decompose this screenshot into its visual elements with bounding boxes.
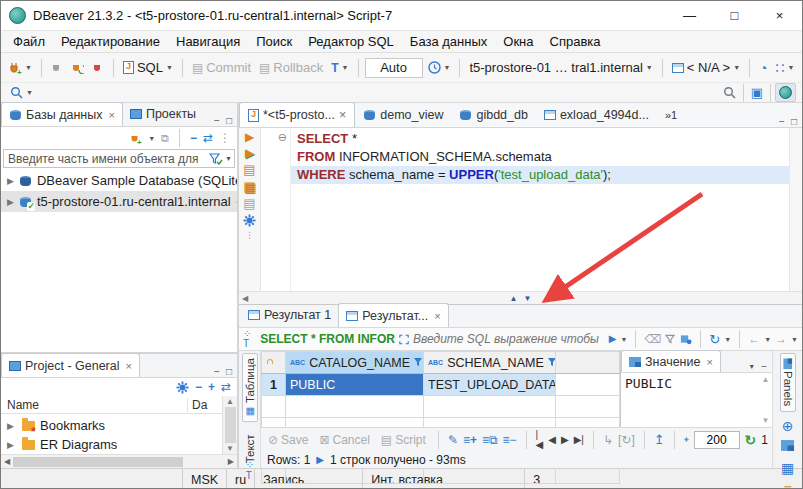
- active-connection-select[interactable]: t5-prostore-01 … tral1.internal ▼: [466, 58, 655, 77]
- chevron-down-icon[interactable]: ▼: [225, 155, 232, 162]
- minimize-panel-icon[interactable]: −: [761, 361, 767, 372]
- menu-database[interactable]: База данных: [402, 32, 495, 51]
- transaction-history-button[interactable]: ▼: [425, 59, 454, 76]
- dashboard-button[interactable]: ◔: [756, 59, 770, 77]
- tab-result-1[interactable]: Результат 1: [241, 303, 338, 327]
- next-row-icon[interactable]: ▶: [561, 435, 569, 445]
- chevron-down-icon[interactable]: ▼: [621, 336, 628, 343]
- chevron-down-icon[interactable]: ▼: [444, 64, 451, 71]
- editor-vertical-scrollbar[interactable]: [789, 128, 802, 291]
- scroll-down-icon[interactable]: ▼: [762, 416, 770, 425]
- reconnect-button[interactable]: [68, 59, 87, 76]
- close-icon[interactable]: ×: [109, 109, 115, 121]
- scroll-thumb[interactable]: [13, 457, 183, 467]
- filters-menu-icon[interactable]: [665, 334, 676, 345]
- collapse-all-icon[interactable]: −: [190, 132, 197, 144]
- invalidate-button[interactable]: [89, 59, 107, 76]
- chevron-down-icon[interactable]: ▼: [26, 89, 33, 96]
- gear-icon[interactable]: [243, 214, 256, 227]
- explain-plan-icon[interactable]: ▤: [243, 197, 255, 210]
- scroll-left-icon[interactable]: ◀: [4, 457, 10, 466]
- tab-projects[interactable]: Проекты: [123, 102, 203, 126]
- commit-mode-select[interactable]: Auto: [365, 58, 423, 78]
- close-button[interactable]: ×: [757, 1, 802, 30]
- execute-script-new-tab-icon[interactable]: ▤: [243, 180, 255, 193]
- menu-file[interactable]: Файл: [5, 32, 53, 51]
- refresh-results-icon[interactable]: ↻: [709, 333, 720, 346]
- tab-sql-script[interactable]: *<t5-prosto... ×: [239, 102, 355, 127]
- erase-filter-icon[interactable]: ⌫: [644, 333, 661, 345]
- menu-sql-editor[interactable]: Редактор SQL: [300, 32, 402, 51]
- scroll-right-icon[interactable]: ▶: [228, 457, 234, 466]
- fetch-size-input[interactable]: [694, 431, 740, 449]
- calendar-panel-icon[interactable]: ▦: [781, 461, 794, 475]
- presentation-text-tab[interactable]: ⁘T Текст: [238, 430, 262, 478]
- delete-row-icon[interactable]: ≡−: [503, 434, 517, 446]
- close-icon[interactable]: ×: [434, 310, 440, 322]
- maximize-panel-icon[interactable]: □: [226, 115, 232, 126]
- maximize-panel-icon[interactable]: □: [791, 116, 797, 127]
- presentation-grid-tab[interactable]: ▦ Таблица: [242, 353, 258, 422]
- chevron-down-icon[interactable]: ▼: [724, 336, 731, 343]
- edit-cell-icon[interactable]: ✎: [448, 434, 458, 446]
- disconnect-button[interactable]: [48, 59, 66, 76]
- fold-collapse-icon[interactable]: ⊖: [278, 131, 287, 143]
- cell-catalog-name[interactable]: PUBLIC: [286, 374, 424, 396]
- expand-all-icon[interactable]: +: [208, 381, 215, 393]
- tab-result-2[interactable]: Результат... ×: [338, 303, 448, 327]
- menu-windows[interactable]: Окна: [495, 32, 541, 51]
- tab-value[interactable]: Значение ×: [621, 350, 721, 372]
- row-number-cell[interactable]: 1: [262, 374, 286, 396]
- menu-navigation[interactable]: Навигация: [168, 32, 248, 51]
- sash-up-icon[interactable]: ▲: [510, 294, 518, 303]
- save-button[interactable]: ⊘Save: [265, 431, 311, 449]
- column-name[interactable]: Name: [1, 398, 188, 412]
- add-row-icon[interactable]: ≡+: [463, 434, 477, 446]
- sash-down-icon[interactable]: ▼: [524, 294, 532, 303]
- save-filter-icon[interactable]: [680, 334, 692, 345]
- project-horizontal-scrollbar[interactable]: ◀ ▶: [1, 454, 237, 468]
- value-content[interactable]: PUBLIC: [621, 373, 759, 427]
- execute-statement-icon[interactable]: ▶: [245, 131, 254, 143]
- chevron-down-icon[interactable]: ▼: [646, 64, 653, 71]
- tab-overflow-indicator[interactable]: »1: [657, 109, 685, 121]
- minimize-button[interactable]: —: [667, 1, 712, 30]
- execute-new-tab-icon[interactable]: ▶: [245, 147, 254, 159]
- navigator-filter-input[interactable]: [4, 150, 207, 167]
- prev-row-icon[interactable]: ◀: [548, 435, 556, 445]
- value-scrollbar[interactable]: ▲ ▼: [759, 373, 772, 427]
- gear-icon[interactable]: [684, 433, 689, 446]
- tree-item-bookmarks[interactable]: ▶ ★ Bookmarks: [1, 416, 222, 435]
- scroll-thumb[interactable]: [225, 407, 236, 443]
- apply-filter-icon[interactable]: ▶: [609, 334, 617, 344]
- active-database-select[interactable]: < N/A > ▼: [669, 58, 743, 77]
- value-viewer-panel-icon[interactable]: [781, 440, 794, 454]
- transaction-log-button[interactable]: T ▼: [328, 60, 351, 76]
- grid-corner-cell[interactable]: [262, 352, 286, 374]
- last-row-icon[interactable]: ▶|: [574, 435, 584, 445]
- tab-exload[interactable]: exload_4994d...: [536, 102, 657, 127]
- tree-item-t5-prostore[interactable]: ▶ ✓ t5-prostore-01.ru-central1.internal …: [1, 191, 237, 212]
- editor-code-area[interactable]: SELECT * FROM INFORMATION_SCHEMA.schemat…: [291, 128, 789, 291]
- minimize-panel-icon[interactable]: −: [214, 115, 220, 126]
- tree-item-er-diagrams[interactable]: ▶ ER Diagrams: [1, 435, 222, 454]
- filter-funnel-icon[interactable]: [209, 153, 223, 165]
- tab-project-general[interactable]: Project - General ×: [1, 353, 140, 377]
- filter-expression-input[interactable]: [413, 332, 605, 346]
- search-button[interactable]: ▼: [7, 84, 36, 101]
- maximize-button[interactable]: □: [712, 1, 757, 30]
- collapse-all-icon[interactable]: −: [195, 381, 202, 393]
- tasks-button[interactable]: ∷ ▼: [773, 59, 798, 77]
- gear-icon[interactable]: [176, 381, 189, 394]
- scroll-up-icon[interactable]: ▲: [762, 375, 770, 384]
- sql-editor-button[interactable]: SQL ▼: [120, 58, 176, 77]
- new-connection-icon[interactable]: +: [129, 132, 142, 145]
- view-menu-icon[interactable]: ⋮: [219, 132, 231, 144]
- quick-access-search-button[interactable]: [720, 84, 739, 101]
- link-editor-icon[interactable]: ⇄: [203, 132, 213, 144]
- chevron-down-icon[interactable]: ▼: [342, 64, 349, 71]
- scroll-down-icon[interactable]: ▼: [226, 444, 234, 453]
- new-folder-icon[interactable]: ⧉: [161, 133, 169, 144]
- close-icon[interactable]: ×: [125, 360, 131, 372]
- open-perspective-button[interactable]: ▣: [748, 84, 766, 101]
